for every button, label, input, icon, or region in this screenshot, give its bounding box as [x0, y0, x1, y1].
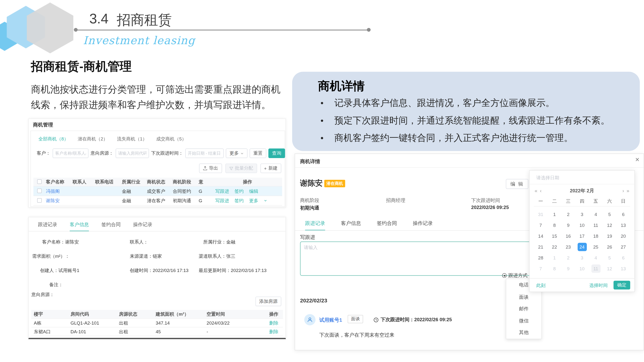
follow-method-option[interactable]: 微信 [506, 315, 542, 327]
calendar-day[interactable]: 11 [591, 265, 600, 273]
row-checkbox[interactable] [37, 188, 42, 193]
calendar-day[interactable]: 27 [616, 242, 630, 252]
calendar-day[interactable]: 14 [534, 231, 548, 242]
tab-potential-opportunities[interactable]: 潜在商机（2） [78, 136, 108, 142]
calendar-day[interactable]: 12 [603, 263, 616, 274]
date-input-placeholder[interactable]: 请选择日期 [536, 175, 559, 181]
calendar-day[interactable]: 3 [575, 209, 589, 220]
calendar-day[interactable]: 18 [589, 231, 603, 242]
calendar-day[interactable]: 8 [548, 220, 562, 231]
calendar-day[interactable]: 5 [603, 209, 616, 220]
add-property-button[interactable]: 添加房源 [256, 297, 281, 306]
calendar-day[interactable]: 13 [616, 220, 630, 231]
tab-operation-log[interactable]: 操作记录 [133, 222, 152, 231]
next-year-button[interactable]: » [626, 188, 630, 194]
calendar-day[interactable]: 1 [548, 209, 562, 220]
calendar-day[interactable]: 1 [548, 252, 562, 263]
follow-method-option[interactable]: 邮件 [506, 303, 542, 315]
prev-month-button[interactable]: ‹ [540, 188, 542, 194]
new-button[interactable]: + 新建 [260, 164, 281, 173]
write-follow-link[interactable]: 写跟进 [216, 197, 229, 204]
calendar-day[interactable]: 26 [603, 242, 616, 252]
more-filters-button[interactable]: 更多 [226, 148, 248, 158]
calendar-day[interactable]: 6 [616, 209, 630, 220]
calendar-day[interactable]: 4 [589, 209, 603, 220]
customer-name-link[interactable]: 冯循阁 [46, 188, 73, 194]
calendar-day[interactable]: 8 [548, 263, 562, 274]
more-actions-link[interactable]: 更多 [249, 197, 258, 204]
tab-won-opportunities[interactable]: 成交商机（5） [156, 136, 186, 142]
calendar-day[interactable]: 10 [575, 220, 589, 231]
calendar-day[interactable]: 10 [575, 263, 589, 274]
field-note: 备注： [49, 282, 63, 288]
select-all-checkbox[interactable] [37, 179, 42, 184]
tab-follow-records[interactable]: 跟进记录 [305, 220, 325, 231]
calendar-day[interactable]: 7 [534, 263, 548, 274]
write-follow-link[interactable]: 写跟进 [216, 188, 229, 194]
calendar-day[interactable]: 22 [548, 242, 562, 252]
calendar-day[interactable]: 20 [616, 231, 630, 242]
radio-icon[interactable] [502, 273, 506, 278]
calendar-day[interactable]: 31 [534, 209, 548, 220]
calendar-day[interactable]: 19 [603, 231, 616, 242]
now-link[interactable]: 此刻 [536, 282, 546, 289]
next-month-button[interactable]: › [622, 188, 624, 194]
calendar-day[interactable]: 15 [548, 231, 562, 242]
table-row[interactable]: 谢陈安 金融 潜在客户 初期沟通 G 写跟进 签约 更多 [33, 196, 282, 206]
edit-link[interactable]: 编辑 [249, 188, 258, 194]
tab-follow-records[interactable]: 跟进记录 [38, 222, 57, 231]
table-row[interactable]: 冯循阁 金融 成交客户 合同签约 G 写跟进 签约 编辑 [33, 187, 282, 196]
date-range-input[interactable]: 开始日期 - 结束日 [185, 148, 224, 158]
calendar-day[interactable]: 16 [562, 231, 575, 242]
calendar-day[interactable]: 9 [562, 220, 575, 231]
calendar-day[interactable]: 17 [575, 231, 589, 242]
property-filter-input[interactable] [116, 148, 149, 158]
customer-name-link[interactable]: 谢陈安 [46, 197, 73, 204]
record-user-link[interactable]: 试用账号1 [319, 317, 342, 324]
follow-method-option[interactable]: 面谈 [506, 291, 542, 303]
row-checkbox[interactable] [37, 198, 42, 202]
calendar-day[interactable]: 9 [562, 263, 575, 274]
calendar-day[interactable]: 24 [577, 243, 586, 251]
calendar-day[interactable]: 21 [534, 242, 548, 252]
delete-link[interactable]: 删除 [269, 320, 283, 326]
tab-operation-log[interactable]: 操作记录 [413, 220, 433, 231]
tab-contract[interactable]: 签约合同 [102, 222, 121, 231]
calendar-day[interactable]: 2 [562, 252, 575, 263]
tab-lost-opportunities[interactable]: 流失商机（1） [117, 136, 147, 142]
tab-customer-info[interactable]: 客户信息 [341, 220, 361, 231]
property-row[interactable]: A栋 GLQ1-A2-101 出租 347.14 2024/03/22 删除 [32, 319, 283, 327]
calendar-day[interactable]: 7 [534, 220, 548, 231]
calendar-day[interactable]: 28 [534, 252, 548, 263]
reset-button[interactable]: 重置 [250, 148, 266, 158]
calendar-day[interactable]: 3 [575, 252, 589, 263]
tab-all-opportunities[interactable]: 全部商机（8） [38, 136, 68, 142]
sign-link[interactable]: 签约 [234, 188, 244, 194]
edit-button[interactable]: 编 辑 [506, 179, 528, 189]
batch-assign-button[interactable]: 批量分配 [225, 164, 257, 173]
customer-filter-input[interactable] [53, 148, 88, 158]
calendar-day[interactable]: 5 [603, 252, 616, 263]
tab-customer-info[interactable]: 客户信息 [70, 222, 89, 231]
export-button[interactable]: 导出 [199, 164, 222, 173]
prev-year-button[interactable]: « [534, 188, 538, 194]
close-icon[interactable]: × [635, 156, 640, 164]
calendar-day[interactable]: 13 [616, 263, 630, 274]
calendar-day[interactable]: 2 [562, 209, 575, 220]
calendar-day[interactable]: 12 [603, 220, 616, 231]
calendar-day[interactable]: 4 [589, 252, 603, 263]
sign-link[interactable]: 签约 [234, 197, 244, 204]
property-row[interactable]: 东裙A口 DA-101 出租 45 - 删除 [32, 328, 283, 336]
confirm-button[interactable]: 确定 [614, 281, 630, 289]
follow-method-option[interactable]: 其他 [506, 327, 542, 338]
select-time-link[interactable]: 选择时间 [590, 282, 608, 289]
calendar-day[interactable]: 6 [616, 252, 630, 263]
calendar-day[interactable]: 11 [589, 220, 603, 231]
search-button[interactable]: 查询 [268, 148, 285, 158]
tab-contract[interactable]: 签约合同 [377, 220, 397, 231]
calendar-day[interactable]: 23 [562, 242, 575, 252]
delete-link[interactable]: 删除 [269, 329, 283, 335]
search-label: 查询 [272, 150, 281, 156]
calendar-weekday: 三 [562, 198, 575, 204]
calendar-day[interactable]: 25 [589, 242, 603, 252]
